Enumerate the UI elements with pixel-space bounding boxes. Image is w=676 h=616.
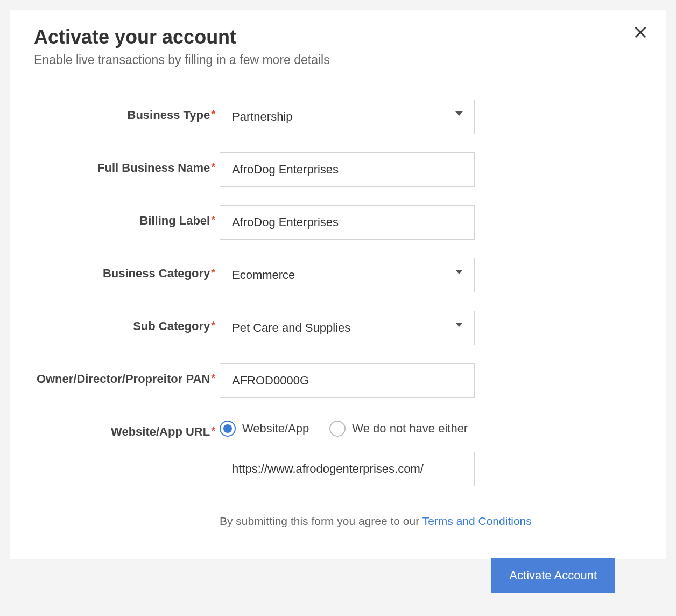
pan-label: Owner/Director/Propreitor PAN*: [34, 363, 220, 388]
page-title: Activate your account: [34, 26, 642, 48]
terms-prefix: By submitting this form you agree to our: [220, 515, 422, 527]
radio-dot-icon: [223, 424, 232, 433]
activate-account-button[interactable]: Activate Account: [491, 558, 615, 593]
required-asterisk-icon: *: [211, 214, 215, 226]
full-business-name-input[interactable]: [220, 152, 475, 187]
chevron-down-icon: [455, 270, 463, 274]
required-asterisk-icon: *: [211, 425, 215, 437]
label-text: Business Category: [103, 267, 210, 280]
pan-input[interactable]: [220, 363, 475, 398]
required-asterisk-icon: *: [211, 161, 215, 173]
business-category-label: Business Category*: [34, 258, 220, 282]
radio-website-app-label: Website/App: [242, 422, 309, 436]
business-category-dropdown[interactable]: Ecommerce: [220, 258, 475, 292]
website-url-input[interactable]: [220, 452, 475, 486]
sub-category-value: Pet Care and Supplies: [220, 311, 475, 345]
website-url-label: Website/App URL*: [34, 416, 220, 440]
radio-selected-icon: [220, 421, 236, 437]
business-type-label: Business Type*: [34, 100, 220, 124]
chevron-down-icon: [455, 323, 463, 327]
business-type-value: Partnership: [220, 100, 475, 134]
label-text: Sub Category: [133, 319, 210, 333]
form-row-billing-label: Billing Label*: [34, 205, 642, 240]
required-asterisk-icon: *: [211, 319, 215, 331]
radio-no-either-label: We do not have either: [352, 422, 468, 436]
sub-category-dropdown[interactable]: Pet Care and Supplies: [220, 311, 475, 345]
website-url-radio-group: Website/App We do not have either: [220, 416, 521, 437]
required-asterisk-icon: *: [211, 372, 215, 384]
form-row-website-url: Website/App URL* Website/App We do not h…: [34, 416, 642, 486]
label-text: Billing Label: [139, 214, 210, 227]
radio-website-app[interactable]: Website/App: [220, 421, 309, 437]
label-text: Business Type: [128, 108, 210, 122]
business-category-value: Ecommerce: [220, 258, 475, 292]
business-type-dropdown[interactable]: Partnership: [220, 100, 475, 134]
terms-section: By submitting this form you agree to our…: [220, 505, 604, 528]
close-button[interactable]: [631, 23, 650, 42]
billing-label-input[interactable]: [220, 205, 475, 240]
terms-link[interactable]: Terms and Conditions: [422, 515, 532, 527]
form-row-business-type: Business Type* Partnership: [34, 100, 642, 134]
close-icon: [633, 25, 648, 40]
sub-category-label: Sub Category*: [34, 311, 220, 335]
label-text: Owner/Director/Propreitor PAN: [37, 372, 210, 386]
chevron-down-icon: [455, 111, 463, 116]
required-asterisk-icon: *: [211, 267, 215, 278]
form-row-full-business-name: Full Business Name*: [34, 152, 642, 187]
form-row-business-category: Business Category* Ecommerce: [34, 258, 642, 292]
required-asterisk-icon: *: [211, 108, 215, 120]
label-text: Website/App URL: [111, 425, 210, 438]
billing-label-label: Billing Label*: [34, 205, 220, 229]
radio-no-either[interactable]: We do not have either: [329, 421, 468, 437]
radio-unselected-icon: [329, 421, 346, 437]
form-row-sub-category: Sub Category* Pet Care and Supplies: [34, 311, 642, 345]
activate-account-modal: Activate your account Enable live transa…: [10, 10, 666, 559]
full-business-name-label: Full Business Name*: [34, 152, 220, 177]
page-subtitle: Enable live transactions by filling in a…: [34, 53, 642, 67]
label-text: Full Business Name: [97, 161, 210, 174]
submit-row: Activate Account: [34, 558, 642, 593]
form-row-pan: Owner/Director/Propreitor PAN*: [34, 363, 642, 398]
